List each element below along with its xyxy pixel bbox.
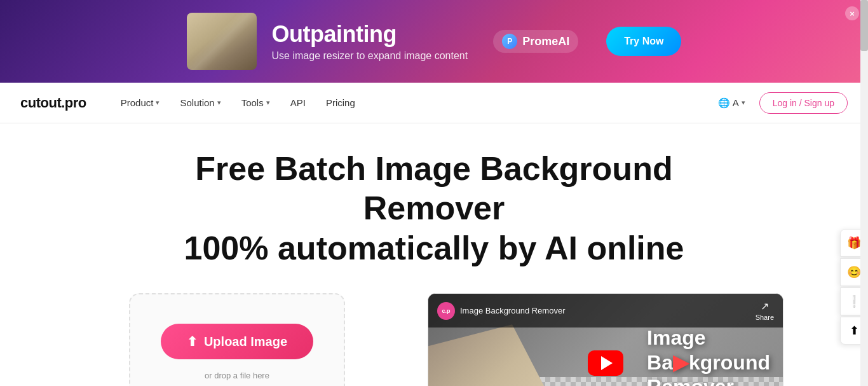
nav-right: 🌐 A ▾ Log in / Sign up: [712, 92, 848, 114]
tools-chevron-icon: ▾: [266, 99, 270, 107]
ad-brand-logo: P: [502, 34, 517, 49]
video-share-button[interactable]: ↗ Share: [756, 300, 774, 321]
scrollbar-track[interactable]: [860, 0, 868, 386]
lang-chevron-icon: ▾: [742, 99, 745, 107]
ad-banner: Outpainting Use image resizer to expand …: [0, 0, 868, 83]
video-section: Image Ba▶kground Remover c.p Image Backg…: [428, 293, 783, 386]
play-triangle-icon: [601, 356, 613, 370]
upload-box: ⬆ Upload Image or drop a file here CTRL+…: [129, 293, 345, 386]
upload-section: ⬆ Upload Image or drop a file here CTRL+…: [85, 293, 390, 386]
translate-icon: 🌐: [718, 97, 730, 109]
nav-links: Product ▾ Solution ▾ Tools ▾ API Pricing: [112, 92, 712, 113]
nav-item-product[interactable]: Product ▾: [112, 92, 169, 113]
nav-item-api[interactable]: API: [281, 92, 315, 113]
content-row: ⬆ Upload Image or drop a file here CTRL+…: [85, 293, 783, 386]
nav-item-tools[interactable]: Tools ▾: [233, 92, 279, 113]
navbar: cutout.pro Product ▾ Solution ▾ Tools ▾ …: [0, 83, 868, 123]
product-chevron-icon: ▾: [156, 99, 159, 107]
ad-title: Outpainting: [272, 21, 468, 48]
ad-brand: P PromeAI: [493, 30, 578, 53]
upload-hint: or drop a file here CTRL+V to paste imag…: [179, 369, 295, 386]
nav-item-solution[interactable]: Solution ▾: [171, 92, 229, 113]
solution-chevron-icon: ▾: [217, 99, 221, 107]
language-button[interactable]: 🌐 A ▾: [712, 93, 752, 113]
main-content: Free Batch Image Background Remover 100%…: [0, 123, 868, 386]
video-text-overlay: Image Ba▶kground Remover: [647, 326, 770, 386]
video-title: Image Background Remover: [460, 306, 565, 315]
ad-cta-button[interactable]: Try Now: [606, 27, 681, 56]
ad-brand-name: PromeAI: [522, 35, 569, 48]
login-button[interactable]: Log in / Sign up: [759, 92, 848, 114]
ad-thumbnail: [187, 13, 257, 70]
logo[interactable]: cutout.pro: [20, 95, 86, 111]
play-button[interactable]: [588, 350, 623, 376]
upload-arrow-icon: ⬆: [187, 334, 198, 349]
share-icon: ↗: [761, 300, 769, 312]
upload-button[interactable]: ⬆ Upload Image: [161, 324, 313, 359]
ad-subtitle: Use image resizer to expand image conten…: [272, 50, 468, 62]
scrollbar-thumb[interactable]: [860, 0, 868, 51]
video-container[interactable]: Image Ba▶kground Remover c.p Image Backg…: [428, 293, 783, 386]
video-channel: c.p Image Background Remover: [437, 302, 565, 320]
hero-title: Free Batch Image Background Remover 100%…: [148, 149, 720, 268]
channel-logo: c.p: [437, 302, 455, 320]
video-top-bar: c.p Image Background Remover ↗ Share: [428, 294, 783, 327]
ad-close-button[interactable]: ×: [845, 6, 859, 20]
ad-text-block: Outpainting Use image resizer to expand …: [272, 21, 468, 62]
nav-item-pricing[interactable]: Pricing: [317, 92, 364, 113]
